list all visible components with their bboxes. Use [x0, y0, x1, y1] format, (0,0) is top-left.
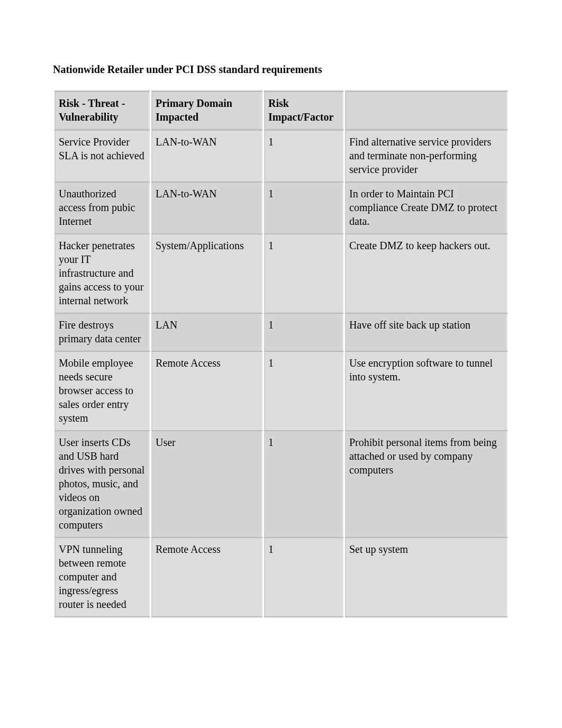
table-row: Mobile employee needs secure browser acc…	[55, 352, 507, 431]
table-row: Service Provider SLA is not achieved LAN…	[55, 131, 507, 183]
cell-risk: Hacker penetrates your IT infrastructure…	[55, 234, 150, 314]
cell-impact: 1	[264, 352, 343, 431]
cell-risk: Service Provider SLA is not achieved	[55, 131, 150, 183]
cell-impact: 1	[264, 314, 343, 352]
cell-domain: System/Applications	[151, 234, 262, 314]
cell-impact: 1	[264, 183, 343, 234]
table-row: Unauthorized access from pubic Internet …	[55, 183, 507, 234]
cell-impact: 1	[264, 538, 343, 617]
cell-risk: VPN tunneling between remote computer an…	[55, 538, 150, 617]
cell-risk: Fire destroys primary data center	[55, 314, 150, 352]
cell-domain: LAN-to-WAN	[151, 183, 262, 234]
cell-domain: User	[151, 431, 262, 538]
table-row: Fire destroys primary data center LAN 1 …	[55, 314, 507, 352]
cell-impact: 1	[264, 431, 343, 538]
cell-domain: LAN-to-WAN	[151, 131, 262, 183]
header-action	[345, 90, 507, 131]
cell-action: Have off site back up station	[345, 314, 507, 352]
cell-action: Set up system	[345, 538, 507, 617]
cell-action: In order to Maintain PCI compliance Crea…	[345, 183, 507, 234]
cell-impact: 1	[264, 234, 343, 314]
cell-action: Prohibit personal items from being attac…	[345, 431, 507, 538]
header-domain: Primary Domain Impacted	[151, 90, 262, 131]
table-row: VPN tunneling between remote computer an…	[55, 538, 507, 617]
table-header-row: Risk - Threat - Vulnerability Primary Do…	[55, 90, 507, 131]
table-row: User inserts CDs and USB hard drives wit…	[55, 431, 507, 538]
header-impact: Risk Impact/Factor	[264, 90, 343, 131]
risk-table: Risk - Threat - Vulnerability Primary Do…	[53, 90, 509, 617]
cell-risk: Unauthorized access from pubic Internet	[55, 183, 150, 234]
header-risk: Risk - Threat - Vulnerability	[55, 90, 150, 131]
cell-risk: Mobile employee needs secure browser acc…	[55, 352, 150, 431]
cell-domain: Remote Access	[151, 352, 262, 431]
cell-impact: 1	[264, 131, 343, 183]
table-row: Hacker penetrates your IT infrastructure…	[55, 234, 507, 314]
cell-domain: Remote Access	[151, 538, 262, 617]
cell-action: Find alternative service providers and t…	[345, 131, 507, 183]
cell-risk: User inserts CDs and USB hard drives wit…	[55, 431, 150, 538]
cell-domain: LAN	[151, 314, 262, 352]
cell-action: Create DMZ to keep hackers out.	[345, 234, 507, 314]
cell-action: Use encryption software to tunnel into s…	[345, 352, 507, 431]
page-title: Nationwide Retailer under PCI DSS standa…	[53, 63, 509, 76]
